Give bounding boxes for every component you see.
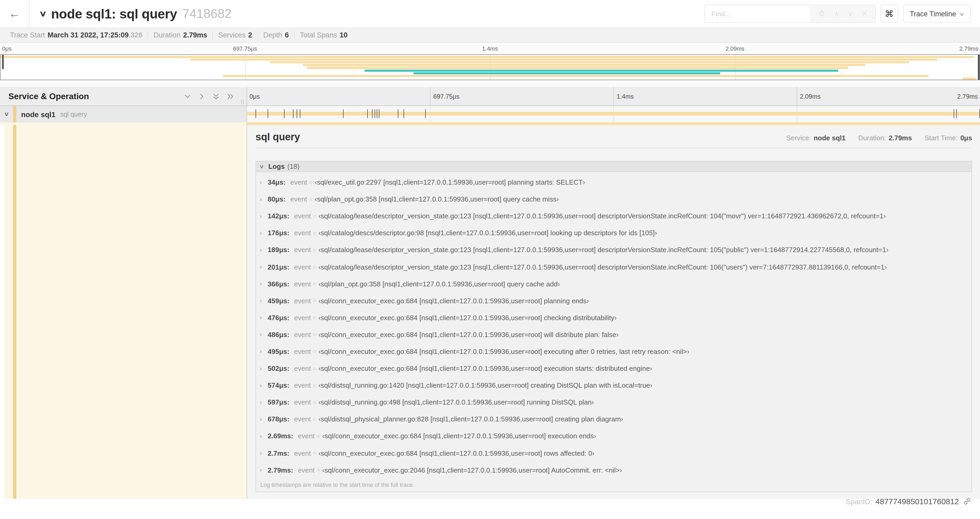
find-input[interactable]	[705, 5, 811, 22]
timeline-minimap: 0μs697.75μs1.4ms2.09ms2.79ms	[0, 43, 980, 87]
find-icon-group: ∧ ∨ ✕	[811, 5, 875, 22]
chevron-down-icon: ∨	[959, 11, 964, 17]
ruler-cell: 0μs	[247, 87, 430, 105]
log-marker-tick[interactable]	[979, 109, 980, 118]
log-marker-tick[interactable]	[377, 109, 377, 118]
minimap-span-bar	[191, 58, 937, 61]
header-controls: ∧ ∨ ✕ ⌘ Trace Timeline ∨	[705, 0, 980, 27]
logs-label: Logs	[269, 162, 285, 170]
link-icon[interactable]	[963, 497, 971, 505]
log-row[interactable]: ›597μs:event=‹sql/distsql_running.go:498…	[256, 394, 972, 410]
chevron-right-icon: ›	[260, 179, 268, 186]
log-marker-tick[interactable]	[375, 109, 375, 118]
trace-summary-bar: Trace StartMarch 31 2022, 17:25:09.326Du…	[0, 28, 980, 43]
log-row[interactable]: ›2.69ms:event=‹sql/conn_executor_exec.go…	[256, 428, 972, 445]
log-row[interactable]: ›189μs:event=‹sql/catalog/lease/descript…	[256, 241, 972, 259]
prev-result-icon[interactable]: ∧	[834, 10, 839, 18]
log-marker-tick[interactable]	[297, 109, 297, 118]
chevron-down-icon[interactable]: ∨	[39, 9, 47, 18]
service-operation-title: Service & Operation	[8, 91, 184, 101]
log-row[interactable]: ›574μs:event=‹sql/distsql_running.go:142…	[256, 377, 972, 394]
next-result-icon[interactable]: ∨	[848, 10, 853, 18]
log-row[interactable]: ›34μs:event=‹sql/exec_util.go:2297 [nsql…	[256, 174, 972, 191]
log-row[interactable]: ›502μs:event=‹sql/conn_executor_exec.go:…	[256, 360, 972, 377]
minimap-drag-handle-left[interactable]	[2, 55, 4, 69]
span-id-row: SpanID: 4877749850101760812	[256, 492, 972, 506]
view-selector-button[interactable]: Trace Timeline ∨	[903, 5, 970, 23]
tree-left-column	[0, 125, 247, 499]
log-row[interactable]: ›366μs:event=‹sql/plan_opt.go:358 [nsql1…	[256, 275, 972, 292]
operation-name: sql query	[60, 110, 87, 118]
log-marker-tick[interactable]	[425, 109, 425, 118]
expand-all-icon[interactable]	[226, 93, 234, 100]
span-row-name-cell[interactable]: ∨ node sql1 sql query	[0, 106, 247, 122]
span-meta: Service:node sql1Duration:2.79msStart Ti…	[786, 134, 972, 142]
log-marker-tick[interactable]	[293, 109, 294, 118]
log-row[interactable]: ›495μs:event=‹sql/conn_executor_exec.go:…	[256, 343, 972, 360]
log-row[interactable]: ›2.7ms:event=‹sql/conn_executor_exec.go:…	[256, 445, 972, 462]
back-button[interactable]: ←	[0, 0, 30, 27]
keyboard-shortcuts-button[interactable]: ⌘	[880, 5, 898, 23]
ruler-tick-label: 1.4ms	[482, 45, 498, 52]
clear-search-icon[interactable]: ✕	[861, 10, 867, 18]
ruler-cell: 697.75μs	[430, 87, 614, 105]
log-marker-tick[interactable]	[256, 109, 256, 118]
log-marker-tick[interactable]	[954, 109, 954, 118]
summary-item: Duration2.79ms	[148, 31, 213, 39]
minimap-drag-handle-right[interactable]	[978, 55, 980, 80]
collapse-all-icon[interactable]	[212, 93, 220, 100]
log-marker-tick[interactable]	[398, 109, 398, 118]
expand-one-icon[interactable]	[198, 93, 205, 100]
collapse-one-icon[interactable]	[184, 93, 191, 100]
column-resize-handle[interactable]: ||	[241, 99, 245, 104]
locate-icon[interactable]	[819, 10, 826, 18]
command-icon: ⌘	[885, 8, 894, 19]
chevron-right-icon: ›	[260, 399, 268, 406]
logs-header[interactable]: ∨ Logs (18)	[256, 161, 972, 172]
log-row[interactable]: ›486μs:event=‹sql/conn_executor_exec.go:…	[256, 326, 972, 343]
log-marker-tick[interactable]	[404, 109, 404, 118]
log-row[interactable]: ›201μs:event=‹sql/catalog/lease/descript…	[256, 259, 972, 275]
view-selector-label: Trace Timeline	[910, 10, 956, 18]
span-duration-bar[interactable]	[247, 112, 980, 115]
span-row[interactable]: ∨ node sql1 sql query	[0, 106, 980, 122]
chevron-right-icon: ›	[260, 297, 268, 304]
log-marker-tick[interactable]	[284, 109, 285, 118]
summary-item: Trace StartMarch 31 2022, 17:25:09.326	[5, 31, 148, 39]
log-row[interactable]: ›80μs:event=‹sql/plan_opt.go:358 [nsql1,…	[256, 191, 972, 208]
chevron-right-icon: ›	[260, 365, 268, 372]
log-row[interactable]: ›459μs:event=‹sql/conn_executor_exec.go:…	[256, 292, 972, 309]
ruler-cell: 1.4ms	[614, 87, 797, 105]
log-marker-tick[interactable]	[268, 109, 269, 118]
span-meta-item: Service:node sql1	[786, 134, 845, 142]
chevron-down-icon[interactable]: ∨	[0, 111, 15, 118]
log-marker-tick[interactable]	[343, 109, 344, 118]
log-row[interactable]: ›142μs:event=‹sql/catalog/lease/descript…	[256, 208, 972, 224]
chevron-right-icon: ›	[260, 331, 268, 339]
chevron-down-icon: ∨	[259, 163, 264, 169]
ruler-tick-label: 0μs	[2, 45, 11, 52]
log-marker-tick[interactable]	[299, 109, 300, 118]
ruler-tick-label: 697.75μs	[233, 45, 257, 52]
find-group: ∧ ∨ ✕	[705, 5, 875, 23]
log-row[interactable]: ›678μs:event=‹sql/distsql_physical_plann…	[256, 411, 972, 428]
minimap-canvas[interactable]	[0, 54, 980, 80]
service-name: node sql1	[21, 110, 56, 118]
minimap-span-bar	[303, 64, 865, 66]
logs-list: ›34μs:event=‹sql/exec_util.go:2297 [nsql…	[256, 172, 972, 478]
chevron-right-icon: ›	[260, 348, 268, 355]
log-row[interactable]: ›176μs:event=‹sql/catalog/descs/descript…	[256, 225, 972, 241]
service-color-strip	[13, 125, 16, 499]
ruler-cell: 2.09ms	[797, 87, 980, 105]
log-marker-tick[interactable]	[956, 109, 957, 118]
span-row-timeline-cell[interactable]	[247, 106, 980, 122]
log-marker-tick[interactable]	[379, 109, 379, 118]
logs-note: Log timestamps are relative to the start…	[256, 478, 972, 492]
log-row[interactable]: ›476μs:event=‹sql/conn_executor_exec.go:…	[256, 309, 972, 326]
top-bar: ← ∨ node sql1: sql query 7418682 ∧ ∨ ✕ ⌘	[0, 0, 980, 28]
minimap-ruler: 0μs697.75μs1.4ms2.09ms2.79ms	[0, 43, 980, 54]
log-marker-tick[interactable]	[372, 109, 372, 118]
span-meta-item: Duration:2.79ms	[850, 134, 912, 142]
log-marker-tick[interactable]	[368, 109, 368, 118]
log-row[interactable]: ›2.79ms:event=‹sql/conn_executor_exec.go…	[256, 462, 972, 478]
